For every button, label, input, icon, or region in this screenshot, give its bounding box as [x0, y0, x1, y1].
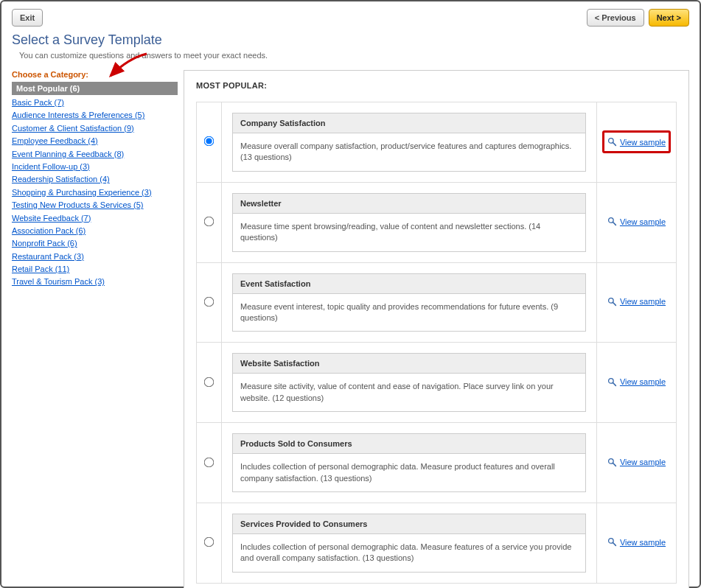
- table-row: Event SatisfactionMeasure event interest…: [197, 262, 677, 343]
- magnifier-icon: [607, 217, 617, 226]
- view-sample-link[interactable]: View sample: [607, 137, 666, 147]
- category-link[interactable]: Website Feedback (7): [12, 212, 178, 225]
- template-description: Measure site activity, value of content …: [233, 374, 585, 411]
- magnifier-icon: [607, 377, 617, 387]
- template-cell: Event SatisfactionMeasure event interest…: [222, 262, 597, 343]
- template-cell: Products Sold to ConsumersIncludes colle…: [222, 423, 597, 503]
- view-sample-label: View sample: [620, 217, 666, 226]
- view-sample-label: View sample: [620, 538, 666, 547]
- view-sample-cell: View sample: [597, 503, 677, 583]
- template-panel: MOST POPULAR: Company SatisfactionMeasur…: [184, 70, 689, 588]
- category-link[interactable]: Employee Feedback (4): [12, 135, 178, 147]
- magnifier-icon: [607, 297, 617, 307]
- category-link[interactable]: Nonprofit Pack (6): [12, 237, 178, 250]
- category-selected[interactable]: Most Popular (6): [12, 82, 178, 95]
- svg-line-7: [613, 382, 615, 385]
- view-sample-link[interactable]: View sample: [607, 377, 666, 387]
- template-box: Products Sold to ConsumersIncludes colle…: [232, 433, 586, 492]
- view-sample-label: View sample: [620, 377, 666, 386]
- template-title: Services Provided to Consumers: [233, 514, 585, 534]
- category-link[interactable]: Event Planning & Feedback (8): [12, 148, 178, 161]
- template-radio-cell: [197, 503, 222, 583]
- view-sample-label: View sample: [620, 297, 666, 306]
- magnifier-icon: [607, 537, 617, 547]
- view-sample-link[interactable]: View sample: [607, 458, 666, 467]
- category-link[interactable]: Incident Follow-up (3): [12, 161, 178, 173]
- category-link[interactable]: Travel & Tourism Pack (3): [12, 276, 178, 288]
- view-sample-cell: View sample: [597, 262, 677, 343]
- template-radio-cell: [197, 423, 222, 503]
- view-sample-cell: View sample: [597, 343, 677, 423]
- category-sidebar: Choose a Category: Most Popular (6) Basi…: [12, 70, 178, 588]
- category-link[interactable]: Shopping & Purchasing Experience (3): [12, 186, 178, 199]
- view-sample-label: View sample: [620, 458, 666, 466]
- category-link[interactable]: Retail Pack (11): [12, 263, 178, 276]
- template-title: Company Satisfaction: [233, 113, 585, 133]
- template-table: Company SatisfactionMeasure overall comp…: [196, 102, 677, 584]
- view-sample-cell: View sample: [597, 423, 677, 503]
- template-radio[interactable]: [204, 297, 215, 307]
- template-radio-cell: [197, 262, 222, 343]
- category-link[interactable]: Restaurant Pack (3): [12, 251, 178, 263]
- template-box: NewsletterMeasure time spent browsing/re…: [232, 193, 586, 252]
- svg-line-3: [613, 222, 615, 225]
- magnifier-icon: [607, 458, 617, 467]
- view-sample-highlight: View sample: [602, 130, 671, 153]
- view-sample-link[interactable]: View sample: [607, 217, 666, 226]
- template-cell: Website SatisfactionMeasure site activit…: [222, 343, 597, 423]
- template-radio[interactable]: [204, 537, 215, 547]
- top-toolbar: Exit < Previous Next >: [12, 9, 689, 27]
- category-link[interactable]: Association Pack (6): [12, 225, 178, 237]
- category-link[interactable]: Audience Interests & Preferences (5): [12, 109, 178, 122]
- template-title: Website Satisfaction: [233, 354, 585, 374]
- previous-button-top[interactable]: < Previous: [587, 9, 644, 27]
- template-cell: Services Provided to ConsumersIncludes c…: [222, 503, 597, 583]
- table-row: NewsletterMeasure time spent browsing/re…: [197, 182, 677, 262]
- template-description: Includes collection of personal demograp…: [233, 534, 585, 572]
- template-radio[interactable]: [204, 377, 215, 387]
- template-title: Products Sold to Consumers: [233, 434, 585, 454]
- template-cell: Company SatisfactionMeasure overall comp…: [222, 102, 597, 183]
- main-columns: Choose a Category: Most Popular (6) Basi…: [12, 70, 689, 588]
- template-title: Newsletter: [233, 194, 585, 214]
- next-button-top[interactable]: Next >: [649, 9, 689, 27]
- view-sample-link[interactable]: View sample: [607, 297, 666, 307]
- category-link[interactable]: Testing New Products & Services (5): [12, 199, 178, 211]
- top-toolbar-right: < Previous Next >: [587, 9, 689, 27]
- svg-line-5: [613, 302, 615, 305]
- view-sample-cell: View sample: [597, 102, 677, 183]
- template-box: Services Provided to ConsumersIncludes c…: [232, 514, 586, 573]
- template-box: Company SatisfactionMeasure overall comp…: [232, 113, 586, 172]
- view-sample-cell: View sample: [597, 182, 677, 262]
- view-sample-link[interactable]: View sample: [607, 537, 666, 547]
- template-radio-cell: [197, 182, 222, 262]
- template-radio-cell: [197, 343, 222, 423]
- category-list: Basic Pack (7)Audience Interests & Prefe…: [12, 97, 178, 289]
- template-title: Event Satisfaction: [233, 274, 585, 294]
- template-description: Measure overall company satisfaction, pr…: [233, 133, 585, 171]
- category-link[interactable]: Customer & Client Satisfaction (9): [12, 122, 178, 135]
- template-description: Includes collection of personal demograp…: [233, 454, 585, 491]
- template-radio[interactable]: [204, 457, 215, 467]
- category-link[interactable]: Basic Pack (7): [12, 97, 178, 109]
- template-box: Website SatisfactionMeasure site activit…: [232, 353, 586, 412]
- template-panel-heading: MOST POPULAR:: [196, 81, 677, 90]
- table-row: Services Provided to ConsumersIncludes c…: [197, 503, 677, 583]
- choose-category-label: Choose a Category:: [12, 70, 178, 79]
- page-subtitle: You can customize questions and answers …: [19, 51, 689, 60]
- template-description: Measure time spent browsing/reading, val…: [233, 214, 585, 251]
- template-radio[interactable]: [204, 217, 215, 227]
- page-title: Select a Survey Template: [12, 32, 689, 48]
- table-row: Company SatisfactionMeasure overall comp…: [197, 102, 677, 183]
- template-box: Event SatisfactionMeasure event interest…: [232, 273, 586, 332]
- template-radio[interactable]: [204, 136, 215, 147]
- svg-line-1: [613, 143, 615, 146]
- svg-line-11: [613, 543, 615, 546]
- category-link[interactable]: Readership Satisfaction (4): [12, 173, 178, 186]
- exit-button-top[interactable]: Exit: [12, 9, 43, 27]
- template-description: Measure event interest, topic quality an…: [233, 294, 585, 332]
- magnifier-icon: [607, 137, 617, 147]
- table-row: Products Sold to ConsumersIncludes colle…: [197, 423, 677, 503]
- svg-line-9: [613, 463, 615, 466]
- table-row: Website SatisfactionMeasure site activit…: [197, 343, 677, 423]
